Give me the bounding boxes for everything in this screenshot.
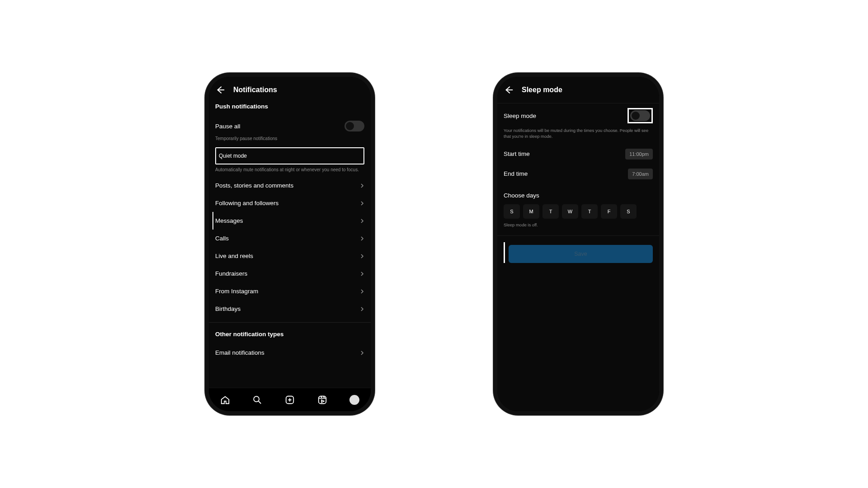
page-title: Notifications [233,86,277,94]
svg-point-0 [254,396,259,402]
menu-label: Birthdays [215,305,241,312]
menu-posts[interactable]: Posts, stories and comments [215,177,364,194]
menu-label: Posts, stories and comments [215,182,293,189]
status-text: Sleep mode is off. [504,222,653,232]
start-time-row[interactable]: Start time 11:00pm [504,144,653,164]
pause-sub: Temporarily pause notifications [215,136,364,145]
chevron-right-icon [360,236,364,241]
sleep-desc: Your notifications will be muted during … [504,128,653,144]
save-edge [504,242,505,263]
phone-sleepmode: Sleep mode Sleep mode Your notifications… [497,77,659,411]
home-icon[interactable] [220,395,230,405]
quiet-mode-row[interactable]: Quiet mode [215,147,364,164]
start-value[interactable]: 11:00pm [625,149,653,160]
chevron-right-icon [360,219,364,223]
day-m[interactable]: M [523,204,539,219]
day-s[interactable]: S [504,204,520,219]
chevron-right-icon [360,289,364,294]
day-t[interactable]: T [542,204,559,219]
chevron-right-icon [360,307,364,311]
menu-label: Email notifications [215,349,264,356]
sleep-toggle-row: Sleep mode [504,108,653,128]
chevron-right-icon [360,201,364,206]
menu-birthdays[interactable]: Birthdays [215,300,364,318]
sleep-label: Sleep mode [504,113,536,119]
end-time-row[interactable]: End time 7:00am [504,164,653,184]
menu-fundraisers[interactable]: Fundraisers [215,265,364,282]
chevron-right-icon [360,272,364,276]
end-label: End time [504,170,528,177]
quiet-sub: Automatically mute notifications at nigh… [215,164,364,177]
bottom-nav [209,388,371,411]
header: Notifications [209,77,371,99]
day-w[interactable]: W [562,204,578,219]
pause-all-row: Pause all [215,116,364,136]
menu-calls[interactable]: Calls [215,230,364,247]
pause-all-toggle[interactable] [344,121,364,131]
days-row: S M T W T F S [504,202,653,222]
end-value[interactable]: 7:00am [628,169,653,179]
pause-all-label: Pause all [215,123,241,130]
divider [209,322,371,323]
menu-label: Fundraisers [215,270,247,277]
back-icon[interactable] [215,85,225,95]
profile-avatar[interactable] [349,395,359,405]
menu-email[interactable]: Email notifications [215,344,364,361]
screen-sleepmode: Sleep mode Sleep mode Your notifications… [497,77,659,411]
day-sa[interactable]: S [620,204,637,219]
reels-icon[interactable] [317,395,327,405]
menu-messages[interactable]: Messages [212,212,364,230]
other-heading: Other notification types [215,327,364,344]
save-label: Save [574,251,587,257]
push-heading: Push notifications [215,99,364,116]
quiet-mode-label: Quiet mode [219,153,361,159]
sleep-toggle-highlight [627,108,653,123]
add-icon[interactable] [285,395,295,405]
day-th[interactable]: T [581,204,598,219]
start-label: Start time [504,150,530,157]
phone-notifications: Notifications Push notifications Pause a… [209,77,371,411]
header: Sleep mode [497,77,659,99]
save-button[interactable]: Save [509,245,653,263]
page-title: Sleep mode [522,86,562,94]
menu-label: Live and reels [215,253,253,259]
day-f[interactable]: F [601,204,617,219]
choose-days-label: Choose days [504,184,653,202]
chevron-right-icon [360,351,364,355]
menu-label: From Instagram [215,288,258,295]
back-icon[interactable] [504,85,514,95]
save-bar: Save [504,242,653,263]
chevron-right-icon [360,183,364,188]
menu-label: Messages [215,217,243,224]
content: Push notifications Pause all Temporarily… [209,99,371,388]
menu-following[interactable]: Following and followers [215,194,364,212]
sleep-toggle[interactable] [630,110,650,121]
chevron-right-icon [360,254,364,258]
screen-notifications: Notifications Push notifications Pause a… [209,77,371,411]
divider [497,235,659,236]
divider [497,103,659,103]
content: Sleep mode Your notifications will be mu… [497,108,659,411]
search-icon[interactable] [252,395,262,405]
menu-from-ig[interactable]: From Instagram [215,282,364,300]
menu-live[interactable]: Live and reels [215,247,364,265]
menu-label: Calls [215,235,229,242]
menu-label: Following and followers [215,200,278,206]
